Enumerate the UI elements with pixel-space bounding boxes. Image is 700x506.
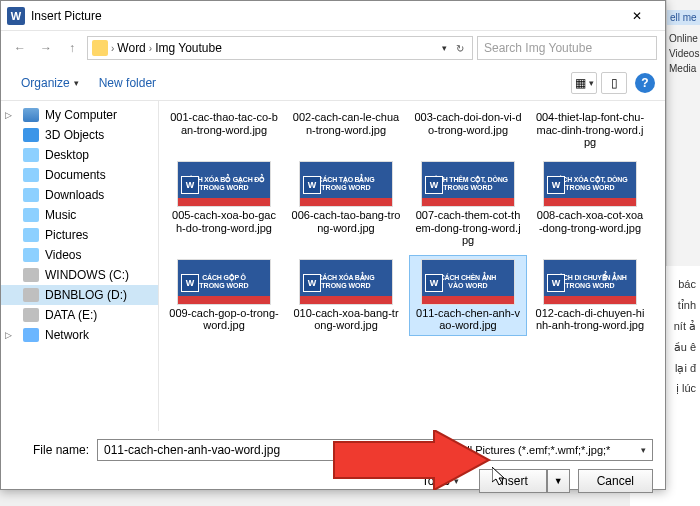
file-item[interactable]: WCÁCH XÓA BẢNGTRONG WORD010-cach-xoa-ban… (287, 255, 405, 336)
file-item[interactable]: WCÁCH DI CHUYỂN ẢNHTRONG WORD012-cach-di… (531, 255, 649, 336)
sidebar-item[interactable]: Downloads (1, 185, 158, 205)
sidebar-label: Documents (45, 168, 106, 182)
file-name: 012-cach-di-chuyen-hinh-anh-trong-word.j… (535, 307, 645, 332)
sidebar-icon (23, 108, 39, 122)
sidebar-icon (23, 288, 39, 302)
sidebar-icon (23, 208, 39, 222)
sidebar-label: DBNBLOG (D:) (45, 288, 127, 302)
sidebar-item[interactable]: DBNBLOG (D:) (1, 285, 158, 305)
file-name: 010-cach-xoa-bang-trong-word.jpg (291, 307, 401, 332)
insert-picture-dialog: W Insert Picture ✕ ← → ↑ › Word › Img Yo… (0, 0, 666, 490)
sidebar-icon (23, 128, 39, 142)
file-name: 011-cach-chen-anh-vao-word.jpg (413, 307, 523, 332)
sidebar-icon (23, 188, 39, 202)
file-name: 002-cach-can-le-chuan-trong-word.jpg (291, 111, 401, 136)
organize-button[interactable]: Organize ▾ (11, 72, 89, 94)
view-mode-button[interactable]: ▦ ▾ (571, 72, 597, 94)
file-item[interactable]: 001-cac-thao-tac-co-ban-trong-word.jpg (165, 105, 283, 153)
breadcrumb-segment[interactable]: Word (117, 41, 145, 55)
sidebar-item[interactable]: DATA (E:) (1, 305, 158, 325)
file-item[interactable]: WCÁCH CHÈN ẢNHVÀO WORD011-cach-chen-anh-… (409, 255, 527, 336)
svg-marker-1 (492, 467, 504, 485)
file-item[interactable]: 002-cach-can-le-chuan-trong-word.jpg (287, 105, 405, 153)
breadcrumb[interactable]: › Word › Img Youtube ▾ ↻ (87, 36, 473, 60)
sidebar-label: Videos (45, 248, 81, 262)
file-thumbnail: WCÁCH XÓA CỘT, DÒNGTRONG WORD (543, 161, 637, 207)
annotation-arrow (324, 430, 494, 490)
file-item[interactable]: WCÁCH GỘP ÔTRONG WORD009-cach-gop-o-tron… (165, 255, 283, 336)
file-thumbnail: WCÁCH DI CHUYỂN ẢNHTRONG WORD (543, 259, 637, 305)
sidebar-label: DATA (E:) (45, 308, 97, 322)
sidebar-item[interactable]: Desktop (1, 145, 158, 165)
sidebar-label: Downloads (45, 188, 104, 202)
new-folder-button[interactable]: New folder (89, 72, 166, 94)
sidebar-icon (23, 248, 39, 262)
sidebar-item[interactable]: ▷My Computer (1, 105, 158, 125)
navigation-sidebar: ▷My Computer3D ObjectsDesktopDocumentsDo… (1, 101, 159, 431)
file-thumbnail: WCÁCH CHÈN ẢNHVÀO WORD (421, 259, 515, 305)
sidebar-item[interactable]: WINDOWS (C:) (1, 265, 158, 285)
file-item[interactable]: WCÁCH THÊM CỘT, DÒNGTRONG WORD007-cach-t… (409, 157, 527, 251)
file-name: 001-cac-thao-tac-co-ban-trong-word.jpg (169, 111, 279, 136)
file-name: 006-cach-tao-bang-trong-word.jpg (291, 209, 401, 234)
sidebar-item[interactable]: 3D Objects (1, 125, 158, 145)
preview-pane-button[interactable]: ▯ (601, 72, 627, 94)
file-pane: 001-cac-thao-tac-co-ban-trong-word.jpg00… (159, 101, 665, 431)
close-button[interactable]: ✕ (615, 1, 659, 31)
search-input[interactable]: Search Img Youtube (477, 36, 657, 60)
sidebar-label: WINDOWS (C:) (45, 268, 129, 282)
address-bar: ← → ↑ › Word › Img Youtube ▾ ↻ Search Im… (1, 31, 665, 65)
file-name: 004-thiet-lap-font-chu-mac-dinh-trong-wo… (535, 111, 645, 149)
sidebar-icon (23, 308, 39, 322)
breadcrumb-segment[interactable]: Img Youtube (155, 41, 222, 55)
file-name: 005-cach-xoa-bo-gach-do-trong-word.jpg (169, 209, 279, 234)
svg-marker-0 (334, 430, 489, 490)
sidebar-label: My Computer (45, 108, 117, 122)
file-name: 003-cach-doi-don-vi-do-trong-word.jpg (413, 111, 523, 136)
sidebar-item[interactable]: Videos (1, 245, 158, 265)
insert-dropdown[interactable]: ▼ (547, 469, 570, 493)
file-thumbnail: WCÁCH GỘP ÔTRONG WORD (177, 259, 271, 305)
sidebar-icon (23, 268, 39, 282)
file-item[interactable]: 004-thiet-lap-font-chu-mac-dinh-trong-wo… (531, 105, 649, 153)
cancel-button[interactable]: Cancel (578, 469, 653, 493)
back-button[interactable]: ← (9, 37, 31, 59)
sidebar-label: Desktop (45, 148, 89, 162)
sidebar-label: 3D Objects (45, 128, 104, 142)
word-icon: W (7, 7, 25, 25)
file-thumbnail: WCÁCH THÊM CỘT, DÒNGTRONG WORD (421, 161, 515, 207)
file-name: 008-cach-xoa-cot-xoa-dong-trong-word.jpg (535, 209, 645, 234)
sidebar-icon (23, 328, 39, 342)
sidebar-icon (23, 148, 39, 162)
file-item[interactable]: WCÁCH XÓA CỘT, DÒNGTRONG WORD008-cach-xo… (531, 157, 649, 251)
sidebar-item[interactable]: Documents (1, 165, 158, 185)
sidebar-item[interactable]: ▷Network (1, 325, 158, 345)
file-name: 007-cach-them-cot-them-dong-trong-word.j… (413, 209, 523, 247)
file-item[interactable]: 003-cach-doi-don-vi-do-trong-word.jpg (409, 105, 527, 153)
sidebar-item[interactable]: Music (1, 205, 158, 225)
forward-button[interactable]: → (35, 37, 57, 59)
file-name: 009-cach-gop-o-trong-word.jpg (169, 307, 279, 332)
file-item[interactable]: WCÁCH TẠO BẢNGTRONG WORD006-cach-tao-ban… (287, 157, 405, 251)
file-thumbnail: WCÁCH XÓA BỎ GẠCH ĐỎTRONG WORD (177, 161, 271, 207)
folder-icon (92, 40, 108, 56)
sidebar-label: Network (45, 328, 89, 342)
sidebar-label: Music (45, 208, 76, 222)
titlebar: W Insert Picture ✕ (1, 1, 665, 31)
sidebar-item[interactable]: Pictures (1, 225, 158, 245)
file-thumbnail: WCÁCH XÓA BẢNGTRONG WORD (299, 259, 393, 305)
file-thumbnail: WCÁCH TẠO BẢNGTRONG WORD (299, 161, 393, 207)
file-item[interactable]: WCÁCH XÓA BỎ GẠCH ĐỎTRONG WORD005-cach-x… (165, 157, 283, 251)
dialog-title: Insert Picture (31, 9, 615, 23)
sidebar-label: Pictures (45, 228, 88, 242)
cursor-icon (492, 467, 510, 489)
sidebar-icon (23, 168, 39, 182)
help-button[interactable]: ? (635, 73, 655, 93)
filename-label: File name: (13, 443, 89, 457)
sidebar-icon (23, 228, 39, 242)
up-button[interactable]: ↑ (61, 37, 83, 59)
toolbar: Organize ▾ New folder ▦ ▾ ▯ ? (1, 65, 665, 101)
